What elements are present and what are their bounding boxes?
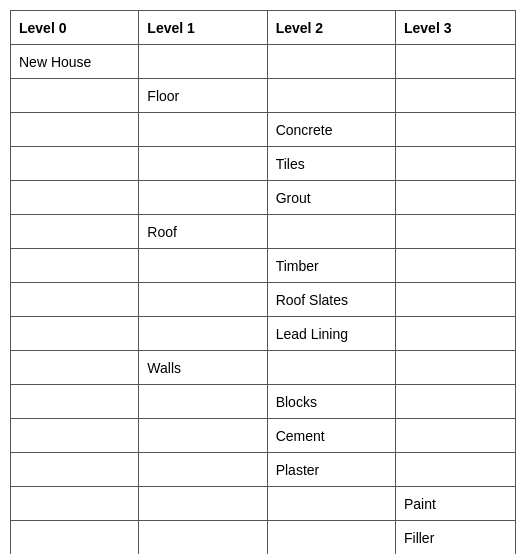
- table-row: New House: [11, 45, 516, 79]
- table-row: Grout: [11, 181, 516, 215]
- cell-r2-c2: Concrete: [267, 113, 395, 147]
- cell-r5-c1: Roof: [139, 215, 267, 249]
- cell-r14-c3: Filler: [395, 521, 515, 555]
- cell-r2-c3: [395, 113, 515, 147]
- col-header-level1: Level 1: [139, 11, 267, 45]
- cell-r5-c0: [11, 215, 139, 249]
- cell-r11-c3: [395, 419, 515, 453]
- cell-r1-c1: Floor: [139, 79, 267, 113]
- table-row: Walls: [11, 351, 516, 385]
- table-row: Roof Slates: [11, 283, 516, 317]
- cell-r10-c3: [395, 385, 515, 419]
- cell-r12-c3: [395, 453, 515, 487]
- cell-r8-c0: [11, 317, 139, 351]
- cell-r8-c2: Lead Lining: [267, 317, 395, 351]
- cell-r12-c2: Plaster: [267, 453, 395, 487]
- cell-r7-c2: Roof Slates: [267, 283, 395, 317]
- cell-r4-c3: [395, 181, 515, 215]
- cell-r13-c3: Paint: [395, 487, 515, 521]
- cell-r14-c1: [139, 521, 267, 555]
- cell-r6-c2: Timber: [267, 249, 395, 283]
- cell-r6-c1: [139, 249, 267, 283]
- cell-r9-c1: Walls: [139, 351, 267, 385]
- cell-r10-c2: Blocks: [267, 385, 395, 419]
- cell-r13-c2: [267, 487, 395, 521]
- col-header-level0: Level 0: [11, 11, 139, 45]
- table-row: Floor: [11, 79, 516, 113]
- table-row: Roof: [11, 215, 516, 249]
- cell-r3-c2: Tiles: [267, 147, 395, 181]
- cell-r0-c1: [139, 45, 267, 79]
- cell-r11-c0: [11, 419, 139, 453]
- cell-r13-c0: [11, 487, 139, 521]
- table-row: Cement: [11, 419, 516, 453]
- cell-r9-c2: [267, 351, 395, 385]
- cell-r3-c1: [139, 147, 267, 181]
- cell-r6-c3: [395, 249, 515, 283]
- cell-r5-c3: [395, 215, 515, 249]
- cell-r11-c2: Cement: [267, 419, 395, 453]
- cell-r13-c1: [139, 487, 267, 521]
- table-row: Timber: [11, 249, 516, 283]
- cell-r4-c1: [139, 181, 267, 215]
- cell-r8-c3: [395, 317, 515, 351]
- cell-r9-c0: [11, 351, 139, 385]
- table-row: Tiles: [11, 147, 516, 181]
- cell-r14-c0: [11, 521, 139, 555]
- table-row: Blocks: [11, 385, 516, 419]
- cell-r0-c0: New House: [11, 45, 139, 79]
- table-row: Paint: [11, 487, 516, 521]
- cell-r1-c3: [395, 79, 515, 113]
- table-row: Filler: [11, 521, 516, 555]
- cell-r6-c0: [11, 249, 139, 283]
- cell-r2-c1: [139, 113, 267, 147]
- cell-r7-c0: [11, 283, 139, 317]
- cell-r7-c3: [395, 283, 515, 317]
- cell-r4-c2: Grout: [267, 181, 395, 215]
- cell-r7-c1: [139, 283, 267, 317]
- cell-r12-c0: [11, 453, 139, 487]
- cell-r9-c3: [395, 351, 515, 385]
- cell-r2-c0: [11, 113, 139, 147]
- table-row: Lead Lining: [11, 317, 516, 351]
- cell-r0-c2: [267, 45, 395, 79]
- table-row: Concrete: [11, 113, 516, 147]
- table-row: Plaster: [11, 453, 516, 487]
- cell-r12-c1: [139, 453, 267, 487]
- hierarchy-table: Level 0 Level 1 Level 2 Level 3 New Hous…: [10, 10, 516, 554]
- cell-r0-c3: [395, 45, 515, 79]
- header-row: Level 0 Level 1 Level 2 Level 3: [11, 11, 516, 45]
- col-header-level3: Level 3: [395, 11, 515, 45]
- cell-r10-c1: [139, 385, 267, 419]
- cell-r3-c3: [395, 147, 515, 181]
- cell-r8-c1: [139, 317, 267, 351]
- cell-r11-c1: [139, 419, 267, 453]
- cell-r3-c0: [11, 147, 139, 181]
- cell-r5-c2: [267, 215, 395, 249]
- col-header-level2: Level 2: [267, 11, 395, 45]
- cell-r1-c0: [11, 79, 139, 113]
- cell-r1-c2: [267, 79, 395, 113]
- cell-r4-c0: [11, 181, 139, 215]
- cell-r10-c0: [11, 385, 139, 419]
- cell-r14-c2: [267, 521, 395, 555]
